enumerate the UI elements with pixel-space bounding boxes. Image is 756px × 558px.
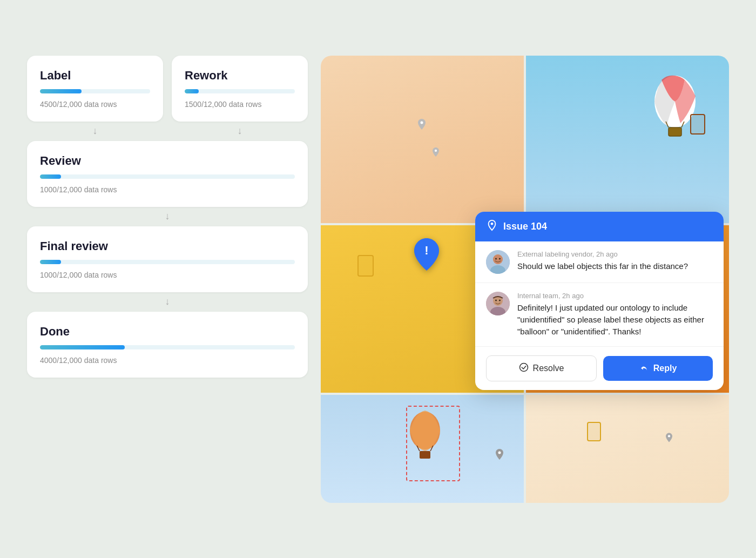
exclamation-pin-icon: ! bbox=[413, 238, 440, 273]
pin-marker-peach bbox=[666, 433, 672, 445]
progress-bar-label bbox=[40, 89, 82, 93]
svg-point-13 bbox=[498, 451, 501, 454]
progress-bar-done bbox=[40, 345, 125, 349]
balloon-in-light-blue bbox=[406, 408, 444, 469]
avatar-external-vendor bbox=[486, 250, 510, 274]
comment-1-text: Should we label objects this far in the … bbox=[517, 260, 713, 272]
comment-1: External labeling vendor, 2h ago Should … bbox=[475, 241, 724, 283]
issue-body: External labeling vendor, 2h ago Should … bbox=[475, 241, 724, 389]
svg-point-20 bbox=[495, 258, 497, 260]
stage-card-done: Done 4000/12,000 data rows bbox=[27, 312, 308, 378]
issue-header: Issue 104 bbox=[475, 212, 724, 241]
pin-marker-1 bbox=[418, 119, 426, 130]
svg-point-26 bbox=[499, 300, 501, 301]
svg-point-15 bbox=[491, 223, 494, 225]
image-cell-peach bbox=[321, 56, 524, 223]
stage-meta-label: 4500/12,000 data rows bbox=[40, 100, 150, 109]
reply-button[interactable]: Reply bbox=[603, 356, 713, 381]
image-cell-peach-light bbox=[526, 395, 729, 503]
svg-point-27 bbox=[519, 363, 528, 371]
issue-actions: Resolve Reply bbox=[475, 347, 724, 390]
stage-title-done: Done bbox=[40, 325, 295, 339]
arrow-down-review: ↓ bbox=[27, 207, 308, 226]
comment-1-content: External labeling vendor, 2h ago Should … bbox=[517, 250, 713, 272]
svg-rect-10 bbox=[420, 451, 430, 459]
resolve-button[interactable]: Resolve bbox=[486, 355, 597, 381]
main-container: Label 4500/12,000 data rows Rework 1500/… bbox=[27, 56, 729, 503]
issue-title: Issue 104 bbox=[503, 221, 547, 232]
stage-meta-review: 1000/12,000 data rows bbox=[40, 185, 295, 194]
progress-bar-rework bbox=[185, 89, 199, 93]
stage-title-final-review: Final review bbox=[40, 239, 295, 253]
svg-point-21 bbox=[499, 258, 501, 260]
image-cell-light-blue bbox=[321, 395, 524, 503]
progress-bar-final-review bbox=[40, 260, 61, 264]
comment-2: Internal team, 2h ago Definitely! I just… bbox=[475, 283, 724, 346]
comment-2-meta: Internal team, 2h ago bbox=[517, 292, 713, 300]
stage-card-rework: Rework 1500/12,000 data rows bbox=[172, 56, 308, 122]
stage-card-label: Label 4500/12,000 data rows bbox=[27, 56, 163, 122]
right-panel: ! bbox=[321, 56, 729, 503]
stage-row-top: Label 4500/12,000 data rows Rework 1500/… bbox=[27, 56, 308, 122]
progress-bar-review bbox=[40, 174, 61, 179]
progress-bar-container-final-review bbox=[40, 260, 295, 264]
svg-point-14 bbox=[668, 435, 670, 437]
pin-marker-2 bbox=[433, 147, 439, 157]
stage-card-final-review: Final review 1000/12,000 data rows bbox=[27, 226, 308, 292]
image-cell-blue-sky bbox=[526, 56, 729, 223]
svg-text:!: ! bbox=[424, 244, 428, 258]
issue-location-icon bbox=[486, 219, 498, 234]
comment-2-content: Internal team, 2h ago Definitely! I just… bbox=[517, 292, 713, 337]
pin-marker-bottom-left bbox=[496, 449, 503, 462]
resolve-check-icon bbox=[519, 362, 529, 374]
stage-title-review: Review bbox=[40, 154, 295, 168]
stage-title-label: Label bbox=[40, 69, 150, 83]
svg-point-1 bbox=[435, 150, 437, 152]
arrow-row-1: ↓ ↓ bbox=[27, 122, 308, 141]
left-panel: Label 4500/12,000 data rows Rework 1500/… bbox=[27, 56, 308, 503]
comment-2-text: Definitely! I just updated our ontology … bbox=[517, 302, 713, 337]
issue-popup: Issue 104 bbox=[475, 212, 724, 389]
svg-rect-3 bbox=[669, 127, 681, 136]
comment-1-meta: External labeling vendor, 2h ago bbox=[517, 250, 713, 258]
reply-icon bbox=[639, 362, 649, 374]
location-box-yellow-1 bbox=[357, 255, 374, 277]
progress-bar-container-review bbox=[40, 174, 295, 179]
svg-point-25 bbox=[495, 300, 497, 301]
arrow-down-rework: ↓ bbox=[172, 122, 308, 141]
stage-meta-rework: 1500/12,000 data rows bbox=[185, 100, 295, 109]
location-box-balloon-top-right bbox=[690, 114, 705, 135]
arrow-down-final-review: ↓ bbox=[27, 292, 308, 312]
progress-bar-container-rework bbox=[185, 89, 295, 93]
svg-point-0 bbox=[421, 122, 423, 124]
stage-meta-final-review: 1000/12,000 data rows bbox=[40, 271, 295, 279]
stage-title-rework: Rework bbox=[185, 69, 295, 83]
arrow-down-label: ↓ bbox=[27, 122, 163, 141]
progress-bar-container-label bbox=[40, 89, 150, 93]
stage-card-review: Review 1000/12,000 data rows bbox=[27, 141, 308, 207]
svg-point-19 bbox=[493, 254, 503, 264]
progress-bar-container-done bbox=[40, 345, 295, 349]
location-box-peach bbox=[587, 422, 601, 441]
stage-meta-done: 4000/12,000 data rows bbox=[40, 356, 295, 365]
avatar-internal-team bbox=[486, 292, 510, 315]
